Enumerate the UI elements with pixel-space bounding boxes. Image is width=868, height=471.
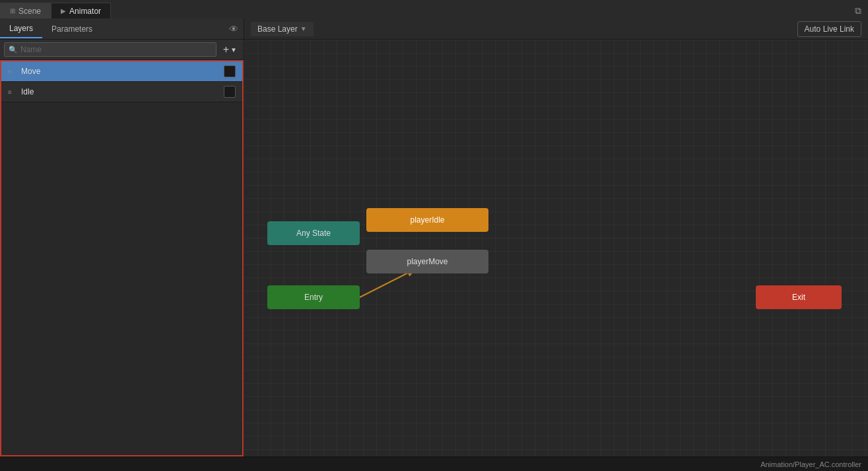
base-layer-label: Base Layer [257,24,298,34]
left-panel: Layers Parameters 👁 🔍 + ▼ ≡ Mov [0,18,244,456]
node-player-idle[interactable]: playerIdle [366,208,488,232]
tab-parameters[interactable]: Parameters [42,20,102,38]
move-param-icon: ≡ [8,67,16,75]
tab-scene-label: Scene [18,7,41,16]
move-checkbox[interactable] [224,65,236,77]
tab-layers[interactable]: Layers [0,20,42,38]
auto-live-link-button[interactable]: Auto Live Link [797,21,861,37]
node-any-state[interactable]: Any State [267,221,360,245]
canvas-header: Base Layer ▼ Auto Live Link [244,18,868,40]
node-entry[interactable]: Entry [267,285,360,309]
add-param-button[interactable]: + ▼ [220,42,240,57]
tab-animator[interactable]: ▶ Animator [51,3,111,18]
eye-button[interactable]: 👁 [224,21,244,37]
base-layer-chevron: ▼ [300,25,307,32]
add-arrow-icon: ▼ [230,46,237,54]
connector-svg [244,40,868,456]
param-name-idle: Idle [21,87,224,96]
search-input[interactable] [20,45,212,54]
search-icon: 🔍 [9,46,18,54]
status-bar: Animation/Player_AC.controller [0,456,868,471]
file-path-label: Animation/Player_AC.controller [760,460,861,468]
top-tabs-bar: ⊞ Scene ▶ Animator ⧉ [0,0,868,18]
tab-scene[interactable]: ⊞ Scene [0,3,51,18]
tab-animator-label: Animator [69,7,101,16]
idle-param-icon: ≡ [8,88,16,96]
node-player-move[interactable]: playerMove [366,250,488,273]
idle-checkbox[interactable] [224,86,236,98]
canvas-area: Base Layer ▼ Auto Live Link [244,18,868,456]
main-layout: Layers Parameters 👁 🔍 + ▼ ≡ Mov [0,18,868,456]
param-list: ≡ Move ≡ Idle [0,60,244,456]
base-layer-tab[interactable]: Base Layer ▼ [251,22,314,36]
search-bar: 🔍 + ▼ [0,40,244,60]
param-name-move: Move [21,67,224,76]
param-item-idle[interactable]: ≡ Idle [1,82,242,102]
window-controls: ⧉ [855,5,861,17]
grid-canvas[interactable]: playerIdle Any State Entry playerMove Ex… [244,40,868,456]
node-exit[interactable]: Exit [756,285,842,309]
param-item-move[interactable]: ≡ Move [1,61,242,82]
panel-tabs: Layers Parameters 👁 [0,18,244,40]
eye-icon: 👁 [229,24,238,34]
restore-icon[interactable]: ⧉ [855,5,861,17]
search-field-container[interactable]: 🔍 [4,42,217,57]
animator-icon: ▶ [61,7,66,15]
scene-icon: ⊞ [10,7,15,15]
